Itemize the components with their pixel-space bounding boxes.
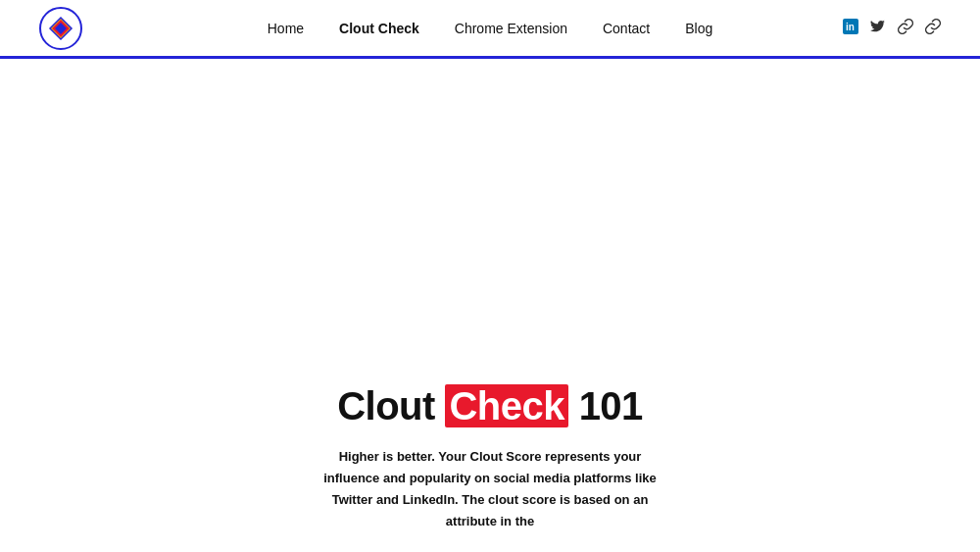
nav-contact[interactable]: Contact — [603, 21, 650, 36]
twitter-icon[interactable] — [870, 19, 886, 37]
bottom-content: Clout Check 101 Higher is better. Your C… — [0, 384, 980, 552]
logo-icon — [39, 7, 82, 50]
video-area — [0, 59, 980, 384]
heading-check-highlight: Check — [445, 384, 568, 427]
social-icons: in — [843, 19, 941, 37]
logo-area — [39, 7, 82, 50]
nav-clout-check[interactable]: Clout Check — [339, 21, 419, 36]
nav-chrome-extension[interactable]: Chrome Extension — [455, 21, 567, 36]
nav-home[interactable]: Home — [268, 21, 304, 36]
page-description: Higher is better. Your Clout Score repre… — [323, 446, 657, 532]
main-content: Clout Check 101 Higher is better. Your C… — [0, 59, 980, 552]
page-heading: Clout Check 101 — [337, 384, 643, 428]
nav-blog[interactable]: Blog — [685, 21, 712, 36]
nav: Home Clout Check Chrome Extension Contac… — [268, 21, 713, 36]
heading-101: 101 — [579, 384, 643, 427]
description-suffix: LinkedIn. The clout score is based on an… — [403, 492, 649, 528]
svg-text:in: in — [846, 22, 855, 32]
link-icon-1[interactable] — [898, 19, 913, 37]
link-icon-2[interactable] — [925, 19, 941, 37]
linkedin-icon[interactable]: in — [843, 19, 858, 37]
header: Home Clout Check Chrome Extension Contac… — [0, 0, 980, 59]
heading-clout: Clout — [337, 384, 435, 427]
